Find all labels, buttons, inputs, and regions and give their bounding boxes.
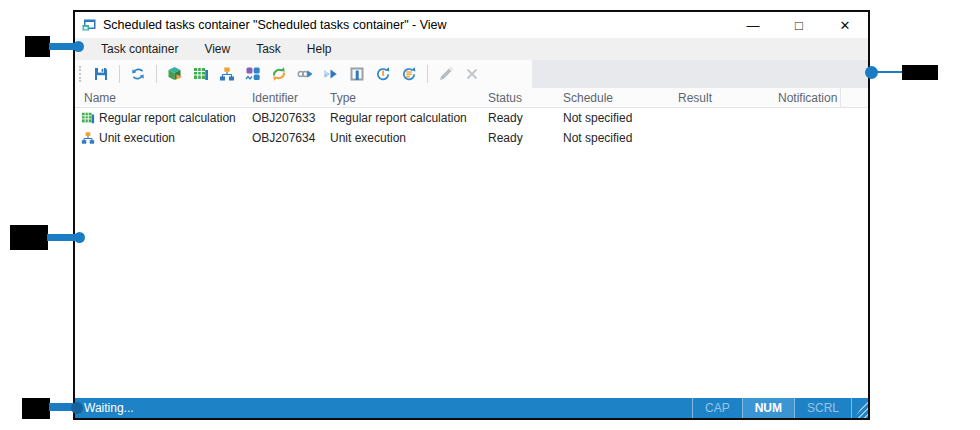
- monitor-blocks-icon: [245, 66, 261, 82]
- menu-bar: Task container View Task Help: [75, 38, 868, 60]
- redacted-callout-toolbar: [902, 65, 938, 80]
- fast-forward-icon: [323, 66, 339, 82]
- sync-cycle-button[interactable]: [266, 62, 292, 86]
- num-lock-indicator: NUM: [743, 398, 794, 418]
- callout-leader-line: [877, 71, 903, 73]
- refresh-icon: [130, 66, 146, 82]
- edit-button-disabled[interactable]: [433, 62, 459, 86]
- column-header-empty: [840, 88, 868, 107]
- status-indicators: CAP NUM SCRL: [692, 398, 868, 418]
- redacted-callout-status-bar: [22, 398, 50, 419]
- report-table-icon: [81, 111, 95, 125]
- callout-leader-line: [47, 234, 75, 241]
- schedule-once-button[interactable]: [370, 62, 396, 86]
- status-text: Waiting...: [75, 401, 134, 415]
- callout-leader-line: [49, 43, 75, 50]
- monitor-blocks-button[interactable]: [240, 62, 266, 86]
- column-header-name[interactable]: Name: [75, 88, 247, 107]
- menu-task[interactable]: Task: [247, 40, 290, 58]
- maximize-button[interactable]: □: [776, 12, 822, 38]
- column-header-schedule[interactable]: Schedule: [558, 88, 673, 107]
- task-status: Ready: [483, 131, 558, 145]
- table-row[interactable]: Regular report calculation OBJ207633 Reg…: [75, 108, 868, 128]
- task-name-cell: Unit execution: [75, 131, 247, 145]
- column-header-notification[interactable]: Notification: [773, 88, 840, 107]
- unit-orgchart-icon: [219, 66, 235, 82]
- edit-pencil-icon: [438, 66, 454, 82]
- save-icon: [93, 66, 109, 82]
- toolbar-separator: [119, 65, 120, 83]
- run-linked-button[interactable]: [292, 62, 318, 86]
- menu-task-container[interactable]: Task container: [92, 40, 187, 58]
- window-title: Scheduled tasks container "Scheduled tas…: [103, 18, 447, 32]
- status-bar: Waiting... CAP NUM SCRL: [75, 398, 868, 418]
- report-table-button[interactable]: [188, 62, 214, 86]
- task-name: Unit execution: [99, 131, 175, 145]
- menu-view[interactable]: View: [195, 40, 239, 58]
- task-type: Regular report calculation: [325, 111, 483, 125]
- close-button[interactable]: ✕: [822, 12, 868, 38]
- task-identifier: OBJ207634: [247, 131, 325, 145]
- refresh-button[interactable]: [125, 62, 151, 86]
- schedule-list-icon: [401, 66, 417, 82]
- column-header-type[interactable]: Type: [325, 88, 483, 107]
- column-header-identifier[interactable]: Identifier: [247, 88, 325, 107]
- caps-lock-indicator: CAP: [693, 398, 742, 418]
- resize-grip[interactable]: [852, 398, 868, 418]
- column-header-result[interactable]: Result: [673, 88, 773, 107]
- callout-dot: [865, 66, 878, 79]
- cube-view-button[interactable]: [162, 62, 188, 86]
- run-linked-icon: [297, 66, 313, 82]
- container-button[interactable]: [344, 62, 370, 86]
- toolbar-grip[interactable]: [79, 66, 84, 82]
- task-schedule: Not specified: [558, 111, 673, 125]
- list-header: Name Identifier Type Status Schedule Res…: [75, 88, 868, 108]
- task-schedule: Not specified: [558, 131, 673, 145]
- title-bar: Scheduled tasks container "Scheduled tas…: [75, 12, 868, 38]
- delete-x-icon: [464, 66, 480, 82]
- task-status: Ready: [483, 111, 558, 125]
- redacted-callout-list-area: [10, 225, 48, 250]
- schedule-list-button[interactable]: [396, 62, 422, 86]
- delete-button-disabled[interactable]: [459, 62, 485, 86]
- toolbar-separator: [427, 65, 428, 83]
- menu-help[interactable]: Help: [298, 40, 341, 58]
- task-name-cell: Regular report calculation: [75, 111, 247, 125]
- callout-dot: [71, 402, 83, 414]
- statusbar-separator: [851, 398, 852, 418]
- task-identifier: OBJ207633: [247, 111, 325, 125]
- save-button[interactable]: [88, 62, 114, 86]
- callout-dot: [74, 232, 85, 243]
- callout-dot: [73, 41, 84, 52]
- app-window: Scheduled tasks container "Scheduled tas…: [73, 10, 870, 420]
- container-icon: [349, 66, 365, 82]
- cube-view-icon: [167, 66, 183, 82]
- task-name: Regular report calculation: [99, 111, 236, 125]
- table-row[interactable]: Unit execution OBJ207634 Unit execution …: [75, 128, 868, 148]
- schedule-once-icon: [375, 66, 391, 82]
- fast-forward-button[interactable]: [318, 62, 344, 86]
- task-type: Unit execution: [325, 131, 483, 145]
- toolbar-separator: [156, 65, 157, 83]
- report-table-icon: [193, 66, 209, 82]
- toolbar-area: [75, 60, 868, 88]
- minimize-button[interactable]: —: [730, 12, 776, 38]
- orgchart-icon: [81, 131, 95, 145]
- window-controls: — □ ✕: [730, 12, 868, 38]
- task-list-area[interactable]: Regular report calculation OBJ207633 Reg…: [75, 108, 868, 398]
- scroll-lock-indicator: SCRL: [795, 398, 851, 418]
- redacted-callout-menu-bar: [25, 36, 50, 57]
- sync-cycle-icon: [271, 66, 287, 82]
- unit-orgchart-button[interactable]: [214, 62, 240, 86]
- column-header-status[interactable]: Status: [483, 88, 558, 107]
- app-icon: [81, 17, 97, 33]
- toolbar: [75, 60, 532, 88]
